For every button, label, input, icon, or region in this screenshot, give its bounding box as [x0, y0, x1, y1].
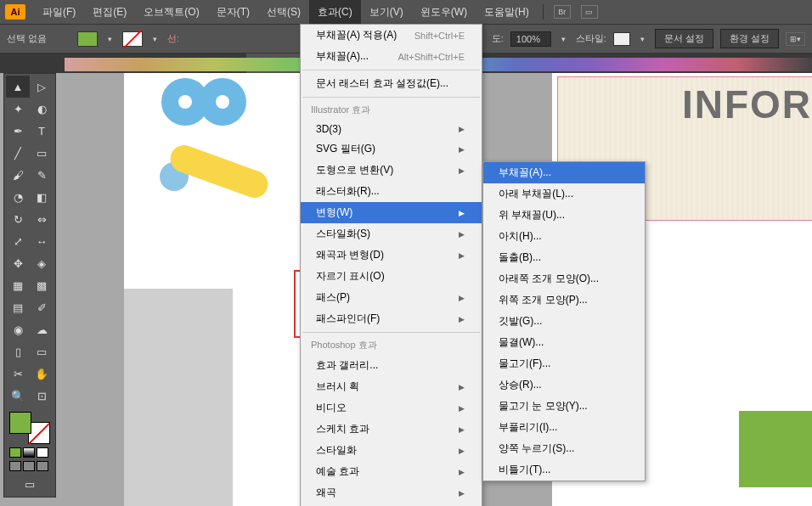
- slice-tool[interactable]: ✂: [6, 363, 30, 385]
- photoshop-effect-item[interactable]: 비디오▶: [301, 397, 482, 419]
- menu-effect[interactable]: 효과(C): [309, 0, 361, 25]
- symbol-tool[interactable]: ☁: [30, 318, 54, 340]
- warp-item[interactable]: 위쪽 조개 모양(P)...: [483, 290, 645, 311]
- opacity-input[interactable]: [510, 31, 551, 47]
- warp-item[interactable]: 아래쪽 조개 모양(O)...: [483, 268, 645, 290]
- menu-view[interactable]: 보기(V): [361, 0, 412, 25]
- scale-tool[interactable]: ⤢: [6, 230, 30, 252]
- photoshop-effect-item[interactable]: 효과 갤러리...: [301, 355, 482, 376]
- paintbrush-tool[interactable]: 🖌: [6, 164, 30, 186]
- menu-select[interactable]: 선택(S): [258, 0, 309, 25]
- eraser-tool[interactable]: ◧: [30, 186, 54, 208]
- prefs-button[interactable]: 환경 설정: [720, 29, 779, 48]
- menu-last-effect[interactable]: 부채꼴(A)...Alt+Shift+Ctrl+E: [301, 46, 482, 67]
- photoshop-effect-item[interactable]: 스케치 효과▶: [301, 419, 482, 440]
- color-mode[interactable]: [9, 447, 21, 458]
- reflect-tool[interactable]: ⇔: [30, 208, 54, 230]
- opacity-dropdown[interactable]: ▾: [558, 35, 569, 43]
- style-label: 스타일:: [576, 32, 606, 45]
- blob-brush-tool[interactable]: ◔: [6, 186, 30, 208]
- screen-mode-button[interactable]: ▭: [6, 473, 54, 495]
- rotate-tool[interactable]: ↻: [6, 208, 30, 230]
- mesh-tool[interactable]: ▩: [30, 274, 54, 296]
- warp-item[interactable]: 상승(R)...: [483, 374, 645, 396]
- lasso-tool[interactable]: ◐: [30, 98, 54, 120]
- shape-builder-tool[interactable]: ◈: [30, 252, 54, 274]
- photoshop-effect-item[interactable]: 예술 효과▶: [301, 461, 482, 482]
- artwork-text: INFOR: [682, 82, 812, 127]
- style-dropdown[interactable]: ▾: [637, 35, 648, 43]
- hand-tool[interactable]: ✋: [30, 363, 54, 385]
- illustrator-effect-item[interactable]: 3D(3)▶: [301, 120, 482, 138]
- warp-item[interactable]: 양쪽 누르기(S)...: [483, 438, 645, 459]
- illustrator-effect-item[interactable]: 도형으로 변환(V)▶: [301, 160, 482, 181]
- pencil-tool[interactable]: ✎: [30, 164, 54, 186]
- illustrator-effect-item[interactable]: 래스터화(R)...: [301, 181, 482, 202]
- none-mode[interactable]: [37, 447, 48, 458]
- draw-normal[interactable]: [9, 461, 21, 471]
- menu-edit[interactable]: 편집(E): [84, 0, 135, 25]
- menu-window[interactable]: 윈도우(W): [412, 0, 476, 25]
- menu-file[interactable]: 파일(F): [34, 0, 84, 25]
- draw-behind[interactable]: [23, 461, 35, 471]
- fill-dropdown[interactable]: ▾: [104, 35, 116, 43]
- align-icon[interactable]: ⊞▾: [786, 32, 805, 46]
- arrange-icon[interactable]: ▭: [581, 5, 598, 19]
- stroke-dropdown[interactable]: ▾: [149, 35, 161, 43]
- warp-item[interactable]: 물결(W)...: [483, 332, 645, 353]
- doc-setup-button[interactable]: 문서 설정: [655, 29, 713, 48]
- illustrator-effect-item[interactable]: SVG 필터(G)▶: [301, 138, 482, 160]
- warp-item[interactable]: 돌출(B)...: [483, 247, 645, 268]
- selection-tool[interactable]: ▲: [6, 76, 30, 98]
- menu-header-illustrator: Illustrator 효과: [301, 100, 482, 120]
- photoshop-effect-item[interactable]: 브러시 획▶: [301, 376, 482, 397]
- blend-tool[interactable]: ◉: [6, 318, 30, 340]
- photoshop-effect-item[interactable]: 스타일화▶: [301, 440, 482, 461]
- toggle-tool[interactable]: ⊡: [30, 385, 54, 407]
- pen-tool[interactable]: ✒: [6, 120, 30, 142]
- eyedropper-tool[interactable]: ✐: [30, 296, 54, 318]
- warp-item[interactable]: 깃발(G)...: [483, 311, 645, 332]
- illustrator-effect-item[interactable]: 패스(P)▶: [301, 287, 482, 308]
- warp-item[interactable]: 비틀기(T)...: [483, 459, 645, 481]
- direct-selection-tool[interactable]: ▷: [30, 76, 54, 98]
- bridge-icon[interactable]: Br: [554, 5, 571, 19]
- gradient-mode[interactable]: [23, 447, 35, 458]
- illustrator-effect-item[interactable]: 자르기 표시(O): [301, 266, 482, 287]
- rectangle-tool[interactable]: ▭: [30, 142, 54, 164]
- graph-tool[interactable]: ▯: [6, 340, 30, 363]
- menu-object[interactable]: 오브젝트(O): [135, 0, 207, 25]
- type-tool[interactable]: T: [30, 120, 54, 142]
- menu-help[interactable]: 도움말(H): [476, 0, 538, 25]
- style-swatch[interactable]: [613, 32, 630, 46]
- illustrator-effect-item[interactable]: 패스파인더(F)▶: [301, 308, 482, 329]
- menu-type[interactable]: 문자(T): [208, 0, 258, 25]
- photoshop-effect-item[interactable]: 왜곡▶: [301, 482, 482, 503]
- warp-item[interactable]: 아래 부채꼴(L)...: [483, 183, 645, 205]
- fill-color[interactable]: [9, 412, 31, 434]
- fill-stroke-area[interactable]: [6, 410, 54, 446]
- perspective-tool[interactable]: ▦: [6, 274, 30, 296]
- menu-apply-effect[interactable]: 부채꼴(A) 적용(A)Shift+Ctrl+E: [301, 25, 482, 46]
- stroke-swatch[interactable]: [122, 31, 143, 47]
- illustrator-effect-item[interactable]: 스타일화(S)▶: [301, 223, 482, 245]
- illustrator-effect-item[interactable]: 왜곡과 변형(D)▶: [301, 245, 482, 266]
- warp-item[interactable]: 부채꼴(A)...: [483, 162, 645, 183]
- width-tool[interactable]: ↔: [30, 230, 54, 252]
- draw-inside[interactable]: [37, 461, 48, 471]
- menu-raster-settings[interactable]: 문서 래스터 효과 설정값(E)...: [301, 73, 482, 94]
- line-tool[interactable]: ╱: [6, 142, 30, 164]
- fill-swatch[interactable]: [77, 31, 98, 47]
- warp-item[interactable]: 부풀리기(I)...: [483, 417, 645, 438]
- warp-item[interactable]: 물고기 눈 모양(Y)...: [483, 396, 645, 417]
- magic-wand-tool[interactable]: ✦: [6, 98, 30, 120]
- gradient-tool[interactable]: ▤: [6, 296, 30, 318]
- warp-item[interactable]: 물고기(F)...: [483, 353, 645, 374]
- selection-status: 선택 없음: [7, 32, 47, 45]
- artboard-tool[interactable]: ▭: [30, 340, 54, 363]
- zoom-tool[interactable]: 🔍: [6, 385, 30, 407]
- warp-item[interactable]: 아치(H)...: [483, 226, 645, 247]
- warp-item[interactable]: 위 부채꼴(U)...: [483, 205, 645, 226]
- illustrator-effect-item[interactable]: 변형(W)▶: [301, 202, 482, 223]
- free-transform-tool[interactable]: ✥: [6, 252, 30, 274]
